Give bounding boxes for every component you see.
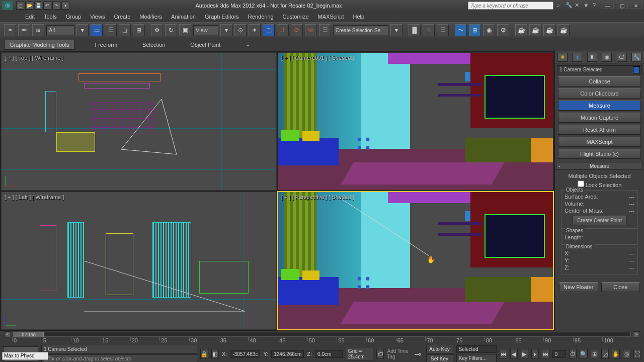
add-time-tag[interactable]: Add Time Tag [387,348,409,359]
render-production-icon[interactable]: ☕ [529,24,541,36]
z-coord-input[interactable]: 0.0cm [315,350,343,358]
x-coord-input[interactable]: -3057.483c [230,350,260,358]
ribbon-tab-graphite[interactable]: Graphite Modeling Tools [4,40,74,50]
time-tag-icon[interactable]: 🏷 [376,349,384,359]
maxscript-mini-listener[interactable]: Max to Physc: [2,352,48,360]
edit-named-sel-icon[interactable]: ☰ [319,24,331,36]
new-icon[interactable]: ▢ [16,2,24,10]
snap-toggle-icon[interactable]: ⬚ [263,24,275,36]
infocenter-search-input[interactable] [468,2,553,10]
menu-grapheditors[interactable]: Graph Editors [205,14,239,20]
nav-zoom-icon[interactable]: 🔍 [580,349,588,359]
motion-tab-icon[interactable]: ◉ [602,53,612,62]
coord-dropdown-icon[interactable]: ▾ [220,24,232,36]
render-iterative-icon[interactable]: ☕ [543,24,555,36]
ribbon-tab-freeform[interactable]: Freeform [90,40,122,49]
time-slider-track[interactable]: 0 / 100 [13,332,631,337]
mirror-icon[interactable]: ▐▌ [409,24,421,36]
menu-create[interactable]: Create [114,14,130,20]
manipulate-icon[interactable]: ✦ [249,24,261,36]
play-icon[interactable]: ▶ [521,349,528,359]
filter-dropdown-icon[interactable]: ▾ [76,24,89,36]
isolate-icon[interactable]: ◧ [211,349,219,359]
named-selection-dropdown[interactable]: Create Selection Se [333,25,388,35]
scale-icon[interactable]: ▣ [179,24,191,36]
select-object-icon[interactable]: ▭ [91,24,103,36]
maxscript-button[interactable]: MAXScript [558,137,641,147]
search-icon[interactable]: ⌕ [556,2,564,9]
flight-studio-button[interactable]: Flight Studio (c) [558,149,641,159]
close-button[interactable]: ✕ [630,2,642,9]
schematic-icon[interactable]: ⊞ [469,24,481,36]
next-frame-icon[interactable]: ⏵ [531,349,539,359]
motion-capture-button[interactable]: Motion Capture [558,113,641,123]
viewport-top-label[interactable]: [ + ] [ Top ] [ Wireframe ] [5,55,63,61]
nav-pan-icon[interactable]: ✋ [612,349,620,359]
app-logo-icon[interactable]: ③ [2,1,13,10]
create-center-point-button[interactable]: Create Center Point [573,216,626,225]
prev-frame-icon[interactable]: ◀ [510,349,518,359]
collapse-button[interactable]: Collapse [558,76,641,86]
exchange-icon[interactable]: ✕ [575,2,582,9]
measure-rollout-header[interactable]: Measure [556,162,643,170]
set-key-button[interactable]: Set Key [426,354,453,362]
viewport-camera[interactable]: [ + ] [ Camera001 ] [ Shaded ] [278,52,553,191]
selection-name-field[interactable]: 1 Camera Selected [557,65,642,74]
hierarchy-tab-icon[interactable]: ♜ [587,53,597,62]
menu-modifiers[interactable]: Modifiers [139,14,162,20]
modify-tab-icon[interactable]: ◗ [572,53,582,62]
time-slider-next[interactable]: > [633,331,640,337]
nav-maximize-icon[interactable]: ⛶ [633,349,641,359]
key-filters-button[interactable]: Key Filters... [456,354,497,362]
percent-snap-icon[interactable]: ⟳ [291,24,303,36]
open-icon[interactable]: 📂 [25,2,33,10]
y-coord-input[interactable]: 1246.266cm [271,350,304,358]
goto-start-icon[interactable]: ⏮ [500,349,507,359]
unlink-icon[interactable]: ⚮ [18,24,30,36]
lock-selection-checkbox[interactable] [578,180,584,187]
time-slider-prev[interactable]: < [4,331,11,337]
viewport-top[interactable]: [ + ] [ Top ] [ Wireframe ] [1,52,277,191]
favorites-icon[interactable]: ★ [584,2,591,9]
ribbon-tab-selection[interactable]: Selection [137,40,170,49]
viewport-perspective[interactable]: [ + ] [ Perspective ] [ Shaded ] ✋ [278,192,553,330]
maximize-button[interactable]: ▢ [616,2,628,9]
select-by-name-icon[interactable]: ☰ [105,24,117,36]
menu-edit[interactable]: Edit [25,14,35,20]
align-icon[interactable]: ≣ [423,24,435,36]
reset-xform-button[interactable]: Reset XForm [558,125,641,135]
track-bar-ruler[interactable]: 0510152025303540455055606570758085909510… [0,337,644,345]
menu-help[interactable]: Help [353,14,365,20]
redo-icon[interactable]: ↷ [52,2,60,10]
render-frame-icon[interactable]: ☕ [515,24,527,36]
menu-animation[interactable]: Animation [171,14,196,20]
close-panel-button[interactable]: Close [601,282,640,292]
window-crossing-icon[interactable]: ⊞ [133,24,145,36]
qat-dropdown-icon[interactable]: ▾ [61,2,69,10]
nav-orbit-icon[interactable]: ◎ [623,349,630,359]
menu-tools[interactable]: Tools [44,14,57,20]
time-config-icon[interactable]: ⏱ [569,349,577,359]
viewport-camera-label[interactable]: [ + ] [ Camera001 ] [ Shaded ] [281,55,354,61]
menu-group[interactable]: Group [66,14,82,20]
help-icon[interactable]: ? [593,2,600,9]
ref-coord-dropdown[interactable]: View [193,25,218,35]
menu-maxscript[interactable]: MAXScript [318,14,344,20]
viewport-left-label[interactable]: [ + ] [ Left ] [ Wireframe ] [5,194,64,200]
viewport-perspective-label[interactable]: [ + ] [ Perspective ] [ Shaded ] [281,194,354,200]
minimize-button[interactable]: — [602,2,614,9]
viewport-left[interactable]: [ + ] [ Left ] [ Wireframe ] [1,192,277,330]
selset-dropdown-icon[interactable]: ▾ [390,24,403,36]
subscription-icon[interactable]: 🔧 [566,2,573,9]
spinner-snap-icon[interactable]: % [305,24,317,36]
select-region-icon[interactable]: ◻ [119,24,131,36]
nav-fov-icon[interactable]: ◿ [601,349,609,359]
ribbon-tab-objectpaint[interactable]: Object Paint [185,40,225,49]
color-clipboard-button[interactable]: Color Clipboard [558,88,641,99]
rotate-icon[interactable]: ↻ [165,24,177,36]
display-tab-icon[interactable]: 🖵 [617,53,627,62]
key-mode-dropdown[interactable]: Selected [456,345,497,353]
menu-rendering[interactable]: Rendering [248,14,274,20]
auto-key-button[interactable]: Auto Key [426,345,453,353]
render-setup-icon[interactable]: ⚙ [497,24,509,36]
